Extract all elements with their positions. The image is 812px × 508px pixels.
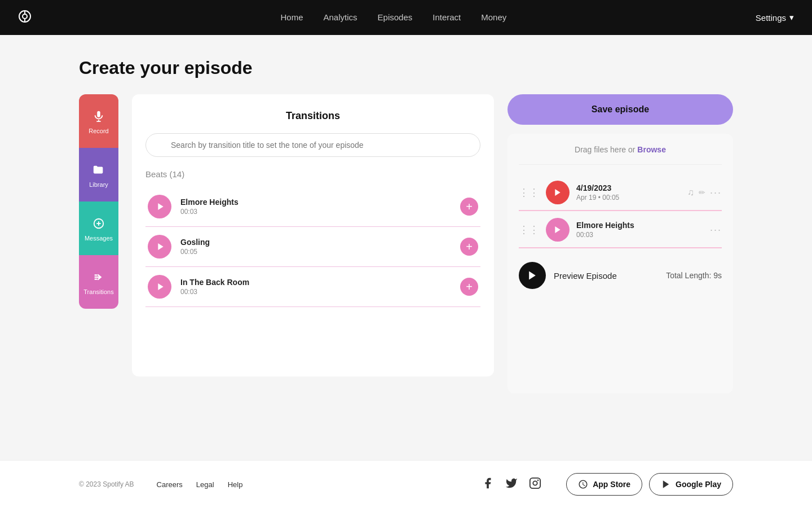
page-title: Create your episode [79,58,733,78]
drag-handle[interactable]: ⋮⋮ [519,186,539,199]
mic-icon [91,108,107,124]
svg-rect-4 [97,111,100,117]
footer-links: Careers Legal Help [157,480,243,489]
edit-icon[interactable]: ✏ [699,188,705,197]
svg-rect-21 [530,478,540,488]
sidebar-item-transitions[interactable]: Transitions [79,255,118,309]
track-add-button-0[interactable]: + [460,198,478,216]
ep-subtitle-0: Apr 19 • 00:05 [576,194,681,202]
svg-marker-16 [158,243,163,250]
facebook-icon[interactable] [482,477,494,492]
search-input[interactable] [145,133,480,157]
track-name-0: Elmore Heights [180,198,451,207]
track-add-button-2[interactable]: + [460,278,478,296]
browse-link[interactable]: Browse [637,145,666,154]
chevron-down-icon: ▾ [789,12,794,23]
track-duration-0: 00:03 [180,208,451,216]
sidebar-messages-label: Messages [85,235,113,242]
track-name-2: In The Back Room [180,278,451,287]
ep-play-button-1[interactable] [546,218,570,242]
more-options-button-0[interactable]: ··· [710,187,722,199]
sidebar-record-label: Record [89,128,108,134]
settings-label: Settings [756,13,786,23]
app-store-label: App Store [593,480,630,489]
track-add-button-1[interactable]: + [460,238,478,256]
music-icon: ♫ [687,187,694,198]
ep-play-button-0[interactable] [546,181,570,204]
track-duration-1: 00:05 [180,248,451,256]
footer-copyright: © 2023 Spotify AB [79,480,134,488]
sidebar-item-messages[interactable]: Messages [79,202,118,255]
svg-marker-24 [663,480,669,488]
app-buttons: App Store Google Play [566,473,733,496]
episode-item-1: ⋮⋮ Elmore Heights 00:03 ··· [519,211,722,248]
app-store-button[interactable]: App Store [566,473,642,496]
sidebar-item-library[interactable]: Library [79,148,118,202]
svg-point-23 [538,480,539,480]
footer-legal[interactable]: Legal [196,480,214,489]
episode-item-0: ⋮⋮ 4/19/2023 Apr 19 • 00:05 ♫ ✏ ··· [519,174,722,211]
total-length: Total Length: 9s [666,271,722,280]
preview-row: Preview Episode Total Length: 9s [519,262,722,289]
sidebar: Record Library Messages [79,94,118,309]
track-play-button-1[interactable] [148,235,171,259]
svg-marker-17 [158,283,163,290]
footer: © 2023 Spotify AB Careers Legal Help App… [0,460,812,508]
track-item: In The Back Room 00:03 + [145,267,480,307]
sidebar-transitions-label: Transitions [83,288,113,295]
svg-marker-18 [555,189,560,196]
track-play-button-0[interactable] [148,195,171,218]
right-panel: Save episode Drag files here or Browse ⋮… [508,94,733,393]
transitions-panel: Transitions Beats (14) [132,94,494,376]
track-play-button-2[interactable] [148,275,171,299]
footer-social: App Store Google Play [482,473,733,496]
svg-marker-19 [555,226,560,233]
google-play-button[interactable]: Google Play [649,473,733,496]
sidebar-library-label: Library [89,181,108,188]
plus-circle-icon [91,216,107,231]
logo [18,10,32,26]
nav-interact[interactable]: Interact [433,12,461,22]
episode-panel: Drag files here or Browse ⋮⋮ 4/19/2023 A… [508,134,733,393]
svg-marker-20 [529,271,536,280]
track-name-1: Gosling [180,238,451,247]
twitter-icon[interactable] [505,477,518,492]
footer-help[interactable]: Help [228,480,243,489]
track-item: Gosling 00:05 + [145,227,480,267]
google-play-label: Google Play [676,480,721,489]
preview-play-button[interactable] [519,262,546,289]
track-duration-2: 00:03 [180,288,451,296]
sidebar-item-record[interactable]: Record [79,94,118,148]
folder-icon [91,162,107,178]
instagram-icon[interactable] [529,477,541,492]
section-label: Beats (14) [145,169,480,179]
save-episode-button[interactable]: Save episode [508,94,733,125]
settings-button[interactable]: Settings ▾ [756,12,794,23]
nav-home[interactable]: Home [280,12,303,22]
more-options-button-1[interactable]: ··· [710,224,722,236]
nav-money[interactable]: Money [481,12,506,22]
transitions-title: Transitions [145,110,480,122]
drag-handle[interactable]: ⋮⋮ [519,224,539,236]
ep-title-1: Elmore Heights [576,221,703,230]
preview-label: Preview Episode [554,271,658,281]
nav-analytics[interactable]: Analytics [324,12,358,22]
footer-careers[interactable]: Careers [157,480,183,489]
svg-point-22 [533,481,537,485]
svg-marker-15 [158,203,163,210]
ep-title-0: 4/19/2023 [576,183,681,192]
nav-episodes[interactable]: Episodes [378,12,413,22]
drag-area: Drag files here or Browse [519,145,722,165]
svg-point-1 [23,14,27,19]
ep-subtitle-1: 00:03 [576,231,703,239]
arrow-right-icon [91,269,107,285]
track-item: Elmore Heights 00:03 + [145,187,480,227]
